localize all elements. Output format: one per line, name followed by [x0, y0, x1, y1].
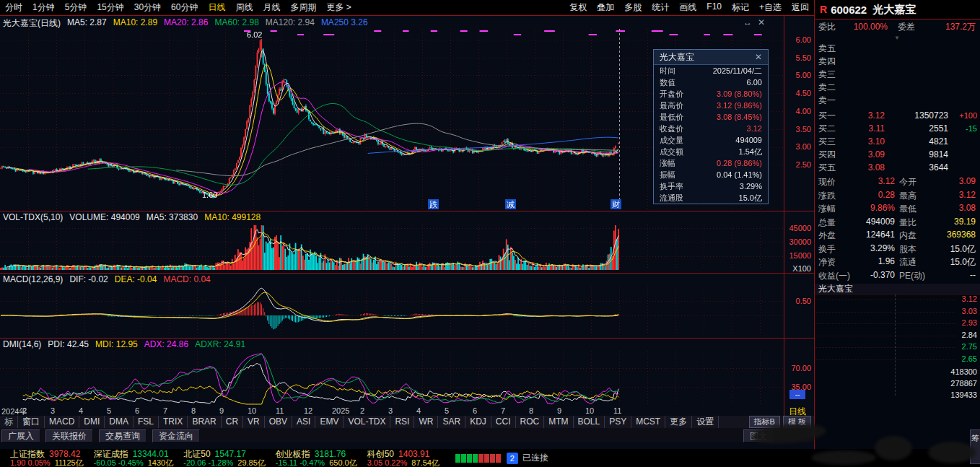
tooltip-row-value: 0.04 (1.41%) — [717, 169, 762, 180]
menu-item-1[interactable]: 叠加 — [592, 1, 619, 14]
period-tab-6[interactable]: 日线 — [203, 1, 230, 14]
period-tab-7[interactable]: 周线 — [230, 1, 258, 14]
menu-item-3[interactable]: 统计 — [647, 1, 674, 14]
period-tab-9[interactable]: 多周期 — [285, 1, 321, 14]
buy-row-3[interactable]: 买三3.104821 — [814, 135, 980, 148]
mini-chart-title[interactable]: 光大嘉宝 — [814, 284, 980, 294]
event-tag-1[interactable]: 减 — [505, 199, 516, 209]
x-axis: 2024年234567891011122025234567891011 — [0, 406, 784, 416]
indicator-tab-roc[interactable]: ROC — [516, 416, 545, 428]
period-tab-10[interactable]: 更多 > — [321, 1, 356, 14]
x-axis-label-13: 2 — [360, 406, 364, 415]
indicator-tab-vol-tdx[interactable]: VOL-TDX — [344, 416, 390, 428]
buy-row-4[interactable]: 买四3.099814 — [814, 148, 980, 161]
index-ticker-0[interactable]: 上证指数3978.421.90 0.05%11125亿 — [10, 450, 84, 467]
indicator-tab-wr[interactable]: WR — [414, 416, 438, 428]
sell-row-4[interactable]: 卖四 — [814, 55, 980, 68]
dmi-chart[interactable] — [0, 351, 784, 406]
index-ticker-2[interactable]: 北证501547.17-20.06 -1.28%29.85亿 — [183, 450, 266, 467]
pane-close-icon[interactable]: ✕ — [758, 17, 765, 27]
sell-row-5[interactable]: 卖五 — [814, 42, 980, 55]
index-ticker-1[interactable]: 深证成指13344.01-60.05 -0.45%1430亿 — [94, 450, 174, 467]
indicator-tab-窗口[interactable]: 窗口 — [18, 416, 45, 428]
indicator-tab-brar[interactable]: BRAR — [188, 416, 221, 428]
x-axis-label-17: 6 — [473, 406, 477, 415]
event-tag-0[interactable]: 跌 — [428, 199, 439, 209]
indicator-tab-vr[interactable]: VR — [243, 416, 265, 428]
period-tab-4[interactable]: 30分钟 — [129, 1, 166, 14]
macd-header-item-1: DIF: -0.02 — [69, 274, 108, 284]
x-axis-label-9: 10 — [248, 406, 256, 415]
indicator-tab-dma[interactable]: DMA — [105, 416, 134, 428]
indicator-tab-trix[interactable]: TRIX — [159, 416, 188, 428]
tab-bar-prefix[interactable]: 标 — [0, 416, 18, 428]
indicator-tab-kdj[interactable]: KDJ — [465, 416, 491, 428]
connection-count-badge[interactable]: 2 — [507, 453, 518, 464]
sell-row-1[interactable]: 卖一 — [814, 94, 980, 107]
indicator-tab-dmi[interactable]: DMI — [79, 416, 105, 428]
event-tag-2[interactable]: 财 — [611, 199, 621, 209]
indicator-tab-rsi[interactable]: RSI — [390, 416, 414, 428]
menu-item-2[interactable]: 多股 — [619, 1, 647, 14]
x-axis-label-2: 3 — [51, 406, 55, 415]
sell-row-2[interactable]: 卖二 — [814, 81, 980, 94]
sell-row-3[interactable]: 卖三 — [814, 68, 980, 81]
index-ticker-4[interactable]: 科创501403.913.05 0.22%87.54亿 — [367, 450, 439, 467]
toolbar-button-0[interactable]: 广展入 — [1, 429, 40, 442]
buy-row-2[interactable]: 买二3.112551-15 — [814, 122, 980, 135]
toolbar-button-3[interactable]: 资金流向 — [152, 429, 200, 442]
close-icon[interactable]: ✕ — [755, 50, 762, 64]
buy-label: 买三 — [818, 135, 836, 148]
menu-item-5[interactable]: F10 — [701, 1, 727, 14]
macd-chart[interactable] — [0, 286, 784, 333]
index-ticker-3[interactable]: 创业板指3181.76-15.11 -0.47%650.0亿 — [276, 450, 357, 467]
indicator-tab-bar: 标 窗口MACDDMIDMAFSLTRIXBRARCRVROBVASIEMVVO… — [0, 416, 814, 429]
period-tab-5[interactable]: 60分钟 — [166, 1, 203, 14]
axis-tick: 5.50 — [784, 53, 811, 62]
buy-row-1[interactable]: 买一3.121350723+100 — [814, 109, 980, 122]
indicator-tab-mcst[interactable]: MCST — [631, 416, 665, 428]
indicator-tab-emv[interactable]: EMV — [315, 416, 344, 428]
indicator-tab-设置[interactable]: 设置 — [692, 416, 719, 428]
period-tab-2[interactable]: 5分钟 — [60, 1, 92, 14]
indicator-tab-macd[interactable]: MACD — [45, 416, 79, 428]
info-value-7: 39.19 — [931, 217, 976, 227]
indicator-tab-psy[interactable]: PSY — [605, 416, 631, 428]
indicator-tab-cci[interactable]: CCI — [491, 416, 516, 428]
queue-expand-arrow[interactable]: ▼ — [814, 35, 980, 42]
period-tab-3[interactable]: 15分钟 — [92, 1, 128, 14]
toolbar-button-2[interactable]: 交易查询 — [99, 429, 146, 442]
indicator-tab-asi[interactable]: ASI — [292, 416, 315, 428]
indicator-tab-sar[interactable]: SAR — [438, 416, 465, 428]
mini-intraday-chart[interactable]: 3.123.032.932.842.752.654183002788671394… — [814, 294, 980, 403]
x-axis-label-5: 6 — [135, 406, 139, 415]
period-tab-0[interactable]: 分时 — [0, 1, 27, 14]
tooltip-row-10: 换手率3.29% — [654, 180, 768, 192]
menu-item-4[interactable]: 画线 — [674, 1, 701, 14]
info-label-14: 收益(一) — [818, 270, 850, 282]
period-tab-1[interactable]: 1分钟 — [27, 1, 60, 14]
indicator-tab-obv[interactable]: OBV — [265, 416, 292, 428]
mini-grid-line — [814, 312, 955, 313]
menu-item-6[interactable]: 标记 — [727, 1, 754, 14]
menu-item-7[interactable]: +自选 — [754, 1, 787, 14]
menu-item-8[interactable]: 返回 — [787, 1, 814, 14]
network-led-grid — [455, 454, 501, 463]
indicator-tab-cr[interactable]: CR — [222, 416, 243, 428]
pane-resize-icon[interactable]: ↔ — [743, 17, 752, 27]
divider — [0, 211, 814, 211]
toolbar-button-1[interactable]: 关联报价 — [45, 429, 93, 442]
indicator-tab-fsl[interactable]: FSL — [134, 416, 159, 428]
volume-chart[interactable] — [0, 224, 784, 270]
tooltip-title-bar[interactable]: 光大嘉宝 ✕ — [654, 50, 768, 65]
trading-app-window: 分时1分钟5分钟15分钟30分钟60分钟日线周线月线多周期更多 > 复权叠加多股… — [0, 0, 980, 467]
x-axis-label-21: 10 — [585, 406, 594, 415]
indicator-tab-更多[interactable]: 更多 — [665, 416, 692, 428]
indicator-tab-mtm[interactable]: MTM — [544, 416, 573, 428]
x-axis-label-3: 4 — [79, 406, 83, 415]
dmi-header: DMI(14,6)PDI: 42.45MDI: 12.95ADX: 24.86A… — [3, 339, 245, 349]
period-tab-8[interactable]: 月线 — [258, 1, 285, 14]
buy-row-5[interactable]: 买五3.083644 — [814, 161, 980, 174]
indicator-tab-boll[interactable]: BOLL — [574, 416, 605, 428]
menu-item-0[interactable]: 复权 — [564, 1, 592, 14]
